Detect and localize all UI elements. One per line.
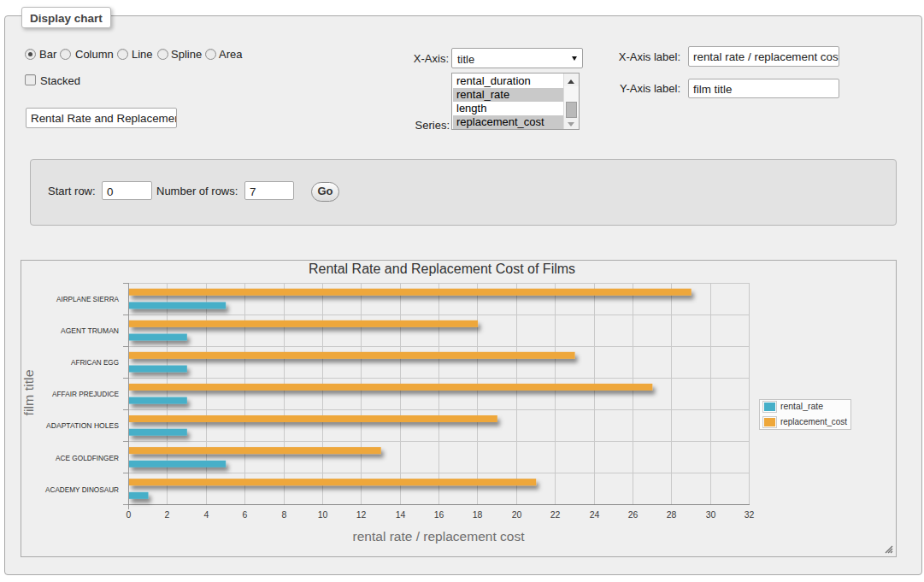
svg-text:20: 20 [512,509,522,520]
svg-text:ADAPTATION HOLES: ADAPTATION HOLES [46,420,119,430]
svg-text:22: 22 [550,509,561,520]
svg-text:26: 26 [628,509,639,520]
svg-text:8: 8 [282,509,287,520]
svg-text:rental_rate: rental_rate [780,401,823,411]
svg-text:rental rate / replacement cost: rental rate / replacement cost [353,530,525,544]
svg-text:AIRPLANE SIERRA: AIRPLANE SIERRA [56,294,119,303]
svg-text:2: 2 [165,509,170,520]
svg-text:0: 0 [127,509,132,520]
svg-text:ACADEMY DINOSAUR: ACADEMY DINOSAUR [45,485,119,494]
svg-text:4: 4 [204,509,209,520]
svg-text:6: 6 [243,509,248,520]
svg-text:10: 10 [318,509,328,520]
svg-text:14: 14 [396,509,406,520]
svg-text:18: 18 [473,509,483,520]
svg-text:Rental Rate and Replacement Co: Rental Rate and Replacement Cost of Film… [309,262,575,276]
svg-text:replacement_cost: replacement_cost [780,416,847,426]
svg-text:AGENT TRUMAN: AGENT TRUMAN [61,326,119,335]
svg-text:30: 30 [706,509,716,520]
svg-text:16: 16 [434,509,444,520]
svg-text:AFRICAN EGG: AFRICAN EGG [71,357,119,367]
svg-text:AFFAIR PREJUDICE: AFFAIR PREJUDICE [52,389,119,398]
svg-text:28: 28 [667,509,677,520]
svg-text:film title: film title [22,369,36,415]
svg-text:ACE GOLDFINGER: ACE GOLDFINGER [56,453,119,462]
svg-text:24: 24 [590,509,600,520]
svg-text:12: 12 [356,509,367,520]
svg-text:32: 32 [744,509,755,520]
